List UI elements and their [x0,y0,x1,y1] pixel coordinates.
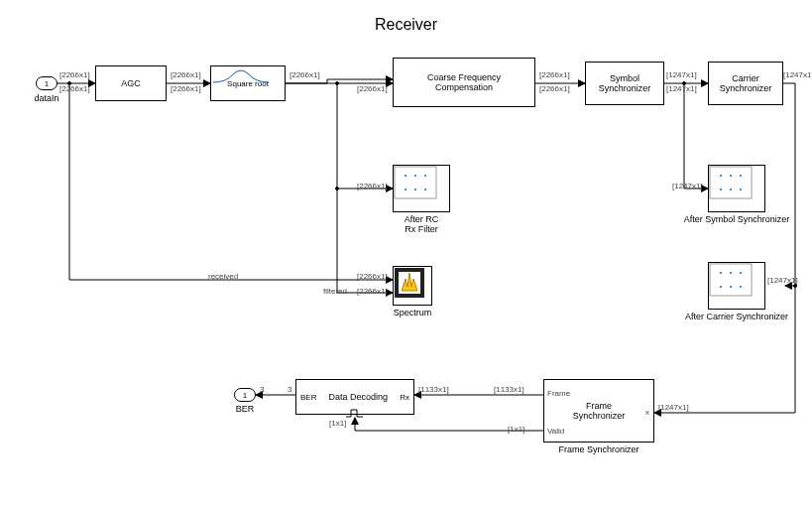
outport-ber-label: BER [220,404,270,414]
sig: [2266x1] [59,84,90,93]
frame-port-label: Frame [547,389,570,398]
after-symsync-label: After Symbol Synchronizer [680,214,793,224]
blk-text: Frame Synchronizer [573,401,626,421]
sig: [2266x1] [357,182,388,190]
sig: [1247x1] [672,182,703,190]
sig: [2266x1] [171,84,201,93]
after-carsync-label: After Carrier Synchronizer [680,312,793,321]
sig: [1247x1] [767,276,798,285]
svg-point-39 [730,175,732,177]
svg-point-47 [740,272,742,274]
svg-point-13 [336,188,339,190]
sig: [2266x1] [357,84,388,93]
sig: [1133x1] [494,385,524,394]
sig: [1247x1] [666,84,697,93]
svg-rect-37 [710,167,752,198]
port-num: 1 [243,391,247,400]
sig: [2266x1] [357,287,388,296]
sig: [2266x1] [290,70,320,79]
svg-rect-30 [395,167,436,198]
block-spectrum[interactable] [393,266,432,306]
block-after-rc[interactable] [393,165,450,212]
svg-point-32 [414,175,416,177]
sig: [1x1] [508,425,524,434]
sig: [1247x1] [658,403,689,412]
block-sqrt[interactable]: Square root [210,65,286,101]
framesync-label: Frame Synchronizer [543,444,654,454]
svg-point-49 [730,286,732,288]
blk-text: AGC [121,78,141,88]
svg-point-41 [720,189,722,190]
block-after-carsync[interactable] [708,262,765,310]
sig: [1x1] [329,419,346,428]
block-carsync[interactable]: Carrier Synchronizer [708,62,783,105]
port-num: 1 [45,79,49,88]
svg-point-38 [720,175,722,177]
outport-ber[interactable]: 1 [234,388,256,402]
sig: [1247x1] [666,70,697,79]
sig: [1133x1] [418,385,449,394]
after-rc-label: After RC Rx Filter [377,214,466,234]
blk-text: Coarse Frequency Compensation [427,72,501,92]
block-after-symsync[interactable] [708,165,765,212]
sig: [2266x1] [539,84,570,93]
blk-text: Symbol Synchronizer [599,73,651,93]
blk-text: Carrier Synchronizer [720,73,772,93]
valid-port-label: Valid [547,427,564,436]
sig: [2266x1] [171,70,201,79]
decode-mid: Data Decoding [329,392,389,402]
sig: 3 [260,385,264,394]
svg-point-34 [405,189,406,190]
inport-datain-label: dataIn [20,93,73,103]
constellation-icon [394,166,437,199]
sqrt-curve-icon [211,66,271,84]
svg-point-31 [405,175,406,177]
svg-point-33 [424,175,426,177]
block-symsync[interactable]: Symbol Synchronizer [585,62,664,105]
decode-left: BER [300,393,316,402]
decode-rx: Rx [400,393,409,402]
svg-point-48 [720,286,722,288]
sig: filtered [323,287,347,296]
sig: [2266x1] [539,70,570,79]
svg-point-40 [740,175,742,177]
constellation-icon [709,166,753,199]
constellation-icon [709,263,753,297]
spectrum-icon [394,267,425,299]
sig: 3 [288,385,291,394]
spectrum-label: Spectrum [381,308,444,317]
svg-point-45 [720,272,722,274]
svg-point-36 [424,189,426,190]
svg-point-35 [414,189,416,190]
trigger-icon [345,409,365,419]
sig: [1247x1] [783,70,812,79]
inport-datain[interactable]: 1 [36,76,58,90]
frame-in-label: x [645,408,649,417]
block-cfc[interactable]: Coarse Frequency Compensation [393,58,535,107]
sig: received [208,272,238,281]
block-agc[interactable]: AGC [95,65,167,101]
svg-rect-44 [710,264,752,296]
svg-point-46 [730,272,732,274]
sig: [2266x1] [59,70,90,79]
canvas: Receiver 1 dataIn AGC Square root Coarse… [0,0,812,507]
svg-point-43 [740,189,742,190]
sig: [2266x1] [357,272,388,281]
svg-point-42 [730,189,732,190]
svg-point-50 [740,286,742,288]
